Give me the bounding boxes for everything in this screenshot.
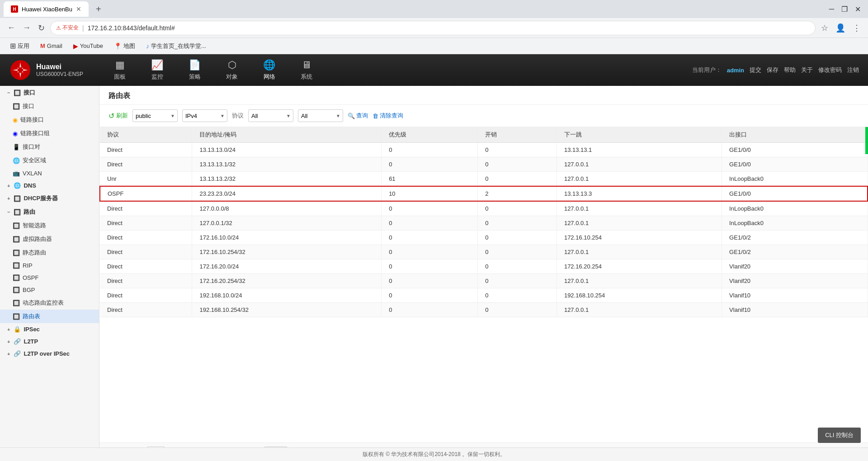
save-button[interactable]: 保存 bbox=[767, 66, 778, 74]
sidebar-item-link-interface-group[interactable]: ◉ 链路接口组 bbox=[0, 127, 99, 140]
cell-destination: 192.168.10.0/24 bbox=[192, 288, 382, 303]
sidebar-item-bgp[interactable]: 🔲 BGP bbox=[0, 284, 99, 296]
sidebar-item-ospf[interactable]: 🔲 OSPF bbox=[0, 272, 99, 284]
cell-protocol: Direct bbox=[100, 245, 192, 259]
about-button[interactable]: 关于 bbox=[801, 66, 813, 74]
sidebar-item-route-group[interactable]: − 🔲 路由 bbox=[0, 205, 99, 219]
ipsec-expand-icon: + bbox=[7, 327, 10, 332]
sidebar-item-rip[interactable]: 🔲 RIP bbox=[0, 259, 99, 272]
cell-cost: 0 bbox=[478, 245, 557, 259]
cell-destination: 23.23.23.0/24 bbox=[192, 186, 382, 201]
table-row[interactable]: Direct13.13.13.0/240013.13.13.1GE1/0/0 bbox=[100, 143, 868, 157]
tab-close-button[interactable]: ✕ bbox=[76, 5, 81, 13]
cell-interface: GE1/0/2 bbox=[722, 230, 868, 245]
cell-destination: 172.16.10.0/24 bbox=[192, 230, 382, 245]
sidebar-item-security-zone[interactable]: 🌐 安全区域 bbox=[0, 154, 99, 167]
header-user-info: 当前用户： admin 提交 保存 帮助 关于 修改密码 注销 bbox=[692, 66, 859, 74]
sidebar-item-interface-pair[interactable]: 📱 接口对 bbox=[0, 140, 99, 154]
table-row[interactable]: Direct13.13.13.1/3200127.0.0.1GE1/0/0 bbox=[100, 157, 868, 172]
cell-destination: 127.0.0.0/8 bbox=[192, 201, 382, 216]
menu-button[interactable]: ⋮ bbox=[851, 21, 863, 35]
sidebar-icon-dns: 🌐 bbox=[14, 182, 21, 189]
sidebar-item-interface-group[interactable]: − 🔲 接口 bbox=[0, 86, 99, 99]
bookmark-gmail[interactable]: M Gmail bbox=[36, 41, 67, 51]
dns-expand-icon: + bbox=[7, 183, 10, 188]
cell-destination: 13.13.13.1/32 bbox=[192, 157, 382, 172]
minimize-button[interactable]: ─ bbox=[829, 5, 834, 14]
sidebar-item-l2tp-group[interactable]: + 🔗 L2TP bbox=[0, 335, 99, 348]
bookmark-youtube[interactable]: ▶ YouTube bbox=[69, 41, 108, 52]
query-button[interactable]: 🔍 查询 bbox=[348, 112, 368, 120]
cell-next_hop: 13.13.13.3 bbox=[557, 186, 722, 201]
user-profile-button[interactable]: 👤 bbox=[834, 21, 847, 35]
table-row[interactable]: Direct192.168.10.254/3200127.0.0.1Vlanif… bbox=[100, 303, 868, 317]
sidebar-item-interface[interactable]: 🔲 接口 bbox=[0, 99, 99, 113]
refresh-button[interactable]: ↺ 刷新 bbox=[108, 112, 128, 120]
maximize-button[interactable]: ❐ bbox=[841, 5, 848, 14]
back-button[interactable]: ← bbox=[5, 21, 17, 34]
refresh-button[interactable]: ↻ bbox=[36, 21, 47, 35]
link-interface-group-icon: ◉ bbox=[13, 130, 18, 137]
table-row[interactable]: Direct192.168.10.0/2400192.168.10.254Vla… bbox=[100, 288, 868, 303]
table-row[interactable]: OSPF23.23.23.0/2410213.13.13.3GE1/0/0 bbox=[100, 186, 868, 201]
vrf-select[interactable]: public bbox=[132, 109, 178, 122]
apps-label: 应用 bbox=[18, 42, 29, 50]
sidebar-item-vxlan[interactable]: 📺 VXLAN bbox=[0, 167, 99, 179]
bookmark-maps[interactable]: 📍 地图 bbox=[109, 40, 140, 52]
filter-select[interactable]: All bbox=[298, 109, 343, 122]
table-row[interactable]: Direct172.16.10.254/3200127.0.0.1GE1/0/2 bbox=[100, 245, 868, 259]
cell-priority: 0 bbox=[382, 259, 478, 274]
cell-priority: 0 bbox=[382, 274, 478, 288]
cell-interface: Vlanif20 bbox=[722, 274, 868, 288]
close-button[interactable]: ✕ bbox=[855, 5, 861, 14]
help-button[interactable]: 帮助 bbox=[784, 66, 796, 74]
nav-monitor[interactable]: 📈 监控 bbox=[138, 55, 176, 85]
nav-object[interactable]: ⬡ 对象 bbox=[213, 55, 250, 85]
table-row[interactable]: Unr13.13.13.2/32610127.0.0.1InLoopBack0 bbox=[100, 172, 868, 187]
sidebar-item-l2tp-ipsec-group[interactable]: + 🔗 L2TP over IPSec bbox=[0, 348, 99, 360]
sidebar-item-route-monitor[interactable]: 🔲 动态路由监控表 bbox=[0, 296, 99, 310]
table-row[interactable]: Direct172.16.20.254/3200127.0.0.1Vlanif2… bbox=[100, 274, 868, 288]
ip-version-select[interactable]: IPv4 IPv6 bbox=[182, 109, 227, 122]
bookmark-student[interactable]: ♪ 学生首页_在线学堂... bbox=[142, 40, 211, 52]
forward-button[interactable]: → bbox=[21, 21, 33, 34]
sidebar-item-dns-group[interactable]: + 🌐 DNS bbox=[0, 179, 99, 192]
submit-button[interactable]: 提交 bbox=[750, 66, 761, 74]
clear-query-button[interactable]: 🗑 清除查询 bbox=[373, 112, 403, 120]
cell-protocol: Unr bbox=[100, 172, 192, 187]
table-row[interactable]: Direct127.0.0.1/3200127.0.0.1InLoopBack0 bbox=[100, 216, 868, 230]
system-icon: 🖥 bbox=[302, 59, 311, 71]
table-row[interactable]: Direct172.16.20.0/2400172.16.20.254Vlani… bbox=[100, 259, 868, 274]
bookmark-apps[interactable]: ⊞ 应用 bbox=[5, 40, 34, 52]
change-password-button[interactable]: 修改密码 bbox=[818, 66, 842, 74]
cli-console-button[interactable]: CLI 控制台 bbox=[818, 428, 861, 443]
sidebar-item-virtual-router[interactable]: 🔲 虚拟路由器 bbox=[0, 232, 99, 246]
sidebar-item-dhcp-group[interactable]: + 🔲 DHCP服务器 bbox=[0, 192, 99, 205]
cell-destination: 13.13.13.0/24 bbox=[192, 143, 382, 157]
cell-cost: 0 bbox=[478, 143, 557, 157]
warning-icon: ⚠ bbox=[56, 25, 61, 31]
sidebar-item-smart-routing[interactable]: 🔲 智能选路 bbox=[0, 219, 99, 232]
table-row[interactable]: Direct172.16.10.0/2400172.16.10.254GE1/0… bbox=[100, 230, 868, 245]
sidebar-item-link-interface[interactable]: ◉ 链路接口 bbox=[0, 113, 99, 127]
cell-protocol: OSPF bbox=[100, 186, 192, 201]
nav-policy[interactable]: 📄 策略 bbox=[176, 55, 213, 85]
nav-panel[interactable]: ▦ 面板 bbox=[101, 55, 138, 85]
browser-tab[interactable]: H Huawei XiaoBenBu ✕ bbox=[4, 1, 89, 17]
new-tab-button[interactable]: + bbox=[92, 2, 105, 16]
protocol-select[interactable]: All Direct OSPF RIP BGP bbox=[248, 109, 293, 122]
logout-button[interactable]: 注销 bbox=[847, 66, 859, 74]
cell-next_hop: 127.0.0.1 bbox=[557, 157, 722, 172]
sidebar-item-static-route[interactable]: 🔲 静态路由 bbox=[0, 246, 99, 259]
cell-cost: 2 bbox=[478, 186, 557, 201]
sidebar-item-route-table[interactable]: 🔲 路由表 bbox=[0, 310, 99, 323]
sidebar-item-ipsec-group[interactable]: + 🔒 IPSec bbox=[0, 323, 99, 335]
nav-network[interactable]: 🌐 网络 bbox=[250, 55, 288, 85]
table-row[interactable]: Direct127.0.0.0/800127.0.0.1InLoopBack0 bbox=[100, 201, 868, 216]
cell-cost: 0 bbox=[478, 157, 557, 172]
brand-name: Huawei bbox=[36, 63, 83, 71]
sidebar-icon-l2tp-ipsec: 🔗 bbox=[14, 350, 21, 357]
address-bar[interactable]: ⚠ 不安全 | 172.16.2.10:8443/default.html# bbox=[50, 21, 816, 35]
nav-system[interactable]: 🖥 系统 bbox=[288, 55, 325, 85]
bookmark-button[interactable]: ☆ bbox=[819, 21, 830, 35]
